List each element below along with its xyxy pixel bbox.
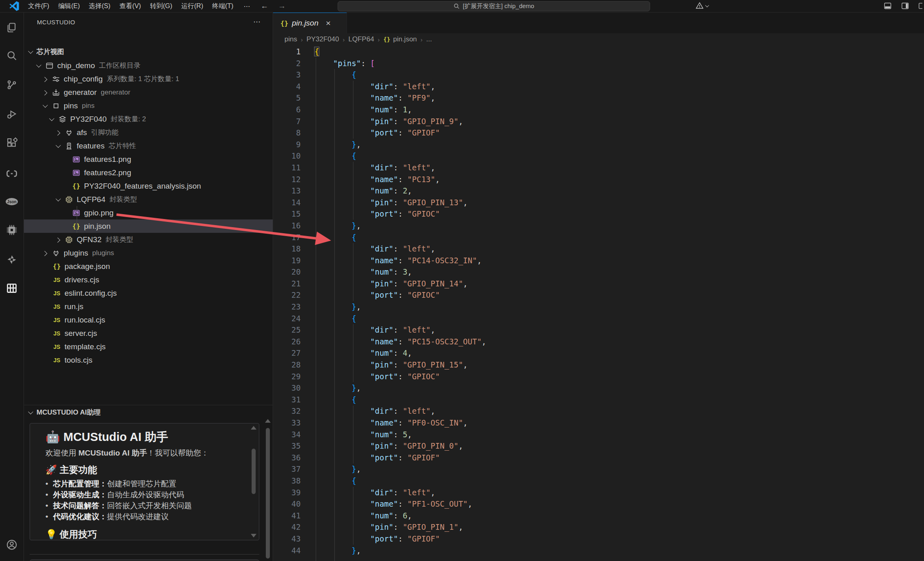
chevron-down-icon[interactable]	[54, 196, 62, 204]
section-header-chip-view[interactable]: 芯片视图	[24, 45, 273, 59]
tree-item-template-cjs[interactable]: JStemplate.cjs	[24, 340, 273, 353]
menu-t[interactable]: 终端(T)	[208, 0, 238, 12]
grid-icon[interactable]	[2, 278, 22, 298]
breadcrumb-item[interactable]: ...	[426, 35, 432, 43]
tree-item-plugins[interactable]: pluginsplugins	[24, 246, 273, 260]
tree-item-afs[interactable]: afs引脚功能	[24, 126, 273, 139]
source-control-icon[interactable]	[2, 75, 22, 95]
chevron-down-icon[interactable]	[47, 115, 56, 123]
tree-item-drivers-cjs[interactable]: JSdrivers.cjs	[24, 273, 273, 286]
code-line[interactable]: 41 "num": 6,	[273, 510, 924, 522]
tree-item-gpio-png[interactable]: gpio.png	[24, 206, 273, 219]
breadcrumb-item[interactable]: LQFP64	[349, 35, 374, 43]
tree-item-pin-json[interactable]: {}pin.json	[24, 219, 273, 233]
code-line[interactable]: 28 "pin": "GPIO_PIN_15",	[273, 359, 924, 371]
chevron-right-icon[interactable]	[54, 129, 62, 137]
code-line[interactable]: 11 "dir": "left",	[273, 162, 924, 174]
code-line[interactable]: 25 "dir": "left",	[273, 324, 924, 336]
extensions-icon[interactable]	[2, 133, 22, 153]
menu-s[interactable]: 选择(S)	[84, 0, 115, 12]
code-line[interactable]: 27 "num": 4,	[273, 347, 924, 359]
code-line[interactable]: 1{	[273, 46, 924, 58]
code-line[interactable]: 13 "num": 2,	[273, 185, 924, 197]
code-line[interactable]: 31 {	[273, 394, 924, 406]
code-line[interactable]: 3 {	[273, 69, 924, 81]
breadcrumb-item[interactable]: {}pin.json	[383, 35, 417, 43]
sidebar-more-actions-button[interactable]: ⋯	[253, 12, 261, 32]
code-line[interactable]: 42 "pin": "GPIO_PIN_1",	[273, 521, 924, 533]
code-line[interactable]: 9 },	[273, 139, 924, 150]
code-line[interactable]: 16 },	[273, 220, 924, 232]
code-line[interactable]: 30 },	[273, 382, 924, 394]
tree-item-chip-demo[interactable]: chip_demo工作区根目录	[24, 59, 273, 72]
account-icon[interactable]	[2, 535, 22, 555]
code-line[interactable]: 38 {	[273, 475, 924, 487]
tree-item-py32f040-features-analysis-json[interactable]: {}PY32F040_features_analysis.json	[24, 179, 273, 193]
tree-item-tools-cjs[interactable]: JStools.cjs	[24, 353, 273, 367]
tree-item-eslint-config-cjs[interactable]: JSeslint.config.cjs	[24, 286, 273, 300]
scroll-down-icon[interactable]	[251, 534, 256, 537]
search-icon[interactable]	[2, 46, 22, 65]
menu-f[interactable]: 文件(F)	[24, 0, 54, 12]
scroll-up-icon[interactable]	[265, 419, 271, 423]
chip-icon[interactable]	[2, 220, 22, 240]
code-line[interactable]: 26 "name": "PC15-OSC32_OUT",	[273, 336, 924, 348]
tab-close-icon[interactable]: ×	[326, 19, 331, 27]
tree-item-features2-png[interactable]: features2.png	[24, 166, 273, 179]
nav-forward-icon[interactable]: →	[278, 0, 286, 12]
code-line[interactable]: 32 "dir": "left",	[273, 405, 924, 417]
code-line[interactable]: 10 {	[273, 150, 924, 162]
code-line[interactable]: 4 "dir": "left",	[273, 81, 924, 92]
tab-pin-json[interactable]: {} pin.json ×	[273, 12, 347, 33]
chevron-right-icon[interactable]	[41, 88, 49, 97]
tree-item-qfn32[interactable]: QFN32封装类型	[24, 233, 273, 246]
tree-item-server-cjs[interactable]: JSserver.cjs	[24, 327, 273, 340]
code-line[interactable]: 6 "num": 1,	[273, 104, 924, 116]
chevron-down-icon[interactable]	[34, 62, 43, 70]
code-line[interactable]: 21 "pin": "GPIO_PIN_14",	[273, 278, 924, 290]
code-line[interactable]: 24 {	[273, 313, 924, 325]
menu-e[interactable]: 编辑(E)	[54, 0, 84, 12]
ai-card-scrollbar[interactable]	[251, 426, 256, 537]
chevron-right-icon[interactable]	[41, 75, 49, 83]
code-line[interactable]: 33 "name": "PF0-OSC_IN",	[273, 417, 924, 429]
ai-section-scrollbar[interactable]	[265, 419, 271, 561]
tree-item-run-js[interactable]: JSrun.js	[24, 300, 273, 313]
code-line[interactable]: 14 "pin": "GPIO_PIN_13",	[273, 197, 924, 208]
tree-item-py32f040[interactable]: PY32F040封装数量: 2	[24, 112, 273, 126]
code-line[interactable]: 40 "name": "PF1-OSC_OUT",	[273, 498, 924, 510]
toggle-panel-icon[interactable]	[883, 2, 892, 10]
tree-item-lqfp64[interactable]: LQFP64封装类型	[24, 193, 273, 206]
section-header-ai-assistant[interactable]: MCUSTUDIO AI助理	[24, 405, 273, 419]
chevron-down-icon[interactable]	[54, 142, 62, 150]
code-line[interactable]: 36 "port": "GPIOF"	[273, 452, 924, 464]
menu-v[interactable]: 查看(V)	[115, 0, 145, 12]
chevron-right-icon[interactable]	[54, 236, 62, 244]
breadcrumb-item[interactable]: PY32F040	[306, 35, 339, 43]
code-line[interactable]: 39 "dir": "left",	[273, 487, 924, 499]
code-line[interactable]: 29 "port": "GPIOC"	[273, 371, 924, 383]
command-center-search[interactable]: [扩展开发宿主] chip_demo	[338, 1, 650, 11]
json-badge-icon[interactable]: Json	[2, 192, 22, 211]
code-editor[interactable]: 1{2 "pins": [3 {4 "dir": "left",5 "name"…	[273, 46, 924, 561]
tree-item-run-local-cjs[interactable]: JSrun.local.cjs	[24, 313, 273, 327]
debug-warning-button[interactable]	[695, 1, 709, 10]
bracket-link-icon[interactable]	[2, 164, 22, 183]
pinwheel-icon[interactable]	[2, 250, 22, 269]
code-line[interactable]: 20 "num": 3,	[273, 266, 924, 278]
code-line[interactable]: 8 "port": "GPIOF"	[273, 127, 924, 139]
tree-item-features1-png[interactable]: features1.png	[24, 153, 273, 166]
tree-item-chip-config[interactable]: chip_config系列数量: 1 芯片数量: 1	[24, 72, 273, 86]
run-debug-icon[interactable]	[2, 105, 22, 124]
code-line[interactable]: 7 "pin": "GPIO_PIN_9",	[273, 116, 924, 127]
menu-more-button[interactable]: ⋯	[238, 2, 256, 10]
toggle-secondary-sidebar-icon[interactable]	[901, 2, 909, 10]
code-line[interactable]: 2 "pins": [	[273, 58, 924, 69]
code-line[interactable]: 37 },	[273, 463, 924, 475]
code-line[interactable]: 34 "num": 5,	[273, 429, 924, 441]
files-icon[interactable]	[2, 18, 22, 37]
code-line[interactable]: 43 "port": "GPIOF"	[273, 533, 924, 545]
breadcrumb-item[interactable]: pins	[284, 35, 297, 43]
code-line[interactable]: 12 "name": "PC13",	[273, 174, 924, 185]
code-line[interactable]: 18 "dir": "left",	[273, 243, 924, 255]
